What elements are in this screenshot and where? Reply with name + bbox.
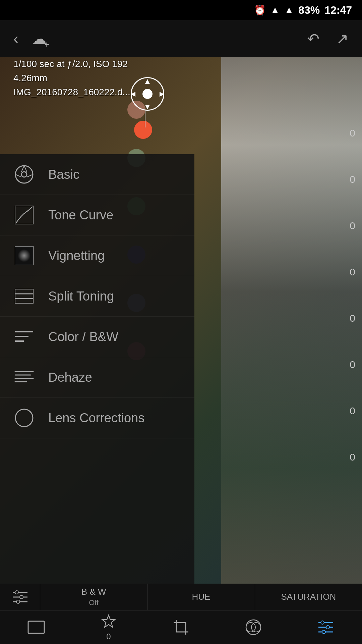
tab-saturation-label: SATURATION [281,592,336,602]
menu-item-basic[interactable]: Basic [0,154,194,195]
value-2: 0 [350,220,355,231]
dehaze-label: Dehaze [48,370,92,385]
tab-bw-label: B & W [81,587,106,597]
adjustments-icon [317,619,335,636]
nav-filters[interactable] [217,619,290,636]
split-toning-icon-wrap [13,285,35,307]
svg-point-1 [21,172,27,177]
nav-gallery[interactable] [0,621,72,634]
svg-point-28 [246,623,255,632]
menu-item-color-bw[interactable]: Color / B&W [0,317,194,357]
vignetting-icon-wrap [13,245,35,266]
vertical-indicator [145,111,145,127]
compass-widget[interactable]: ▲ ▼ ◄ ► [127,74,168,114]
clock: 12:47 [324,4,352,16]
status-bar: ⏰ ▲ ▲ 83% 12:47 [0,0,362,20]
svg-point-33 [321,621,324,624]
lens-corrections-icon-wrap [13,407,35,429]
svg-line-5 [15,174,21,177]
lens-corrections-label: Lens Corrections [48,411,144,425]
photo-detail [221,57,362,644]
tone-curve-label: Tone Curve [48,208,113,222]
tab-bw[interactable]: B & W Off [40,584,147,610]
crop-icon [172,619,190,636]
svg-rect-9 [15,289,33,303]
compass-arrow-down: ▼ [143,102,152,111]
value-1: 0 [350,174,355,185]
signal-icon: ▲ [284,5,294,15]
top-toolbar: ‹ ☁ + ↶ ↗ [0,20,362,57]
bottom-tabs-row: B & W Off HUE SATURATION [0,584,362,610]
value-3: 0 [350,266,355,278]
nav-favorites[interactable]: 0 [72,613,145,641]
svg-point-23 [15,591,18,594]
share-button[interactable]: ↗ [336,30,349,47]
tab-hue[interactable]: HUE [147,584,255,610]
compass-arrow-right: ► [158,89,166,99]
nav-adjustments[interactable] [290,619,362,636]
favorites-badge: 0 [106,632,111,641]
value-5: 0 [350,359,355,370]
basic-icon-wrap [13,164,35,185]
svg-point-27 [246,620,261,635]
star-icon [100,613,117,631]
value-4: 0 [350,313,355,324]
svg-line-4 [27,174,33,177]
dehaze-icon-wrap [13,367,35,388]
compass-arrow-left: ◄ [129,89,137,99]
value-0: 0 [350,127,355,139]
svg-point-34 [326,626,329,629]
lens-corrections-icon [14,408,34,428]
svg-rect-8 [15,247,33,265]
compass-arrow-up: ▲ [143,76,152,86]
compass-ring: ▲ ▼ ◄ ► [131,77,164,111]
tab-saturation[interactable]: SATURATION [255,584,362,610]
menu-panel: Basic Tone Curve Vignetting [0,154,194,584]
value-7: 0 [350,451,355,463]
split-toning-label: Split Toning [48,289,114,304]
color-bw-icon [14,329,34,344]
wifi-icon: ▲ [270,5,280,15]
dehaze-icon [14,370,34,385]
tab-hue-label: HUE [192,592,210,602]
battery-level: 83% [298,4,320,16]
back-button[interactable]: ‹ [13,30,18,47]
tab-bw-sublabel: Off [89,598,99,607]
photo-filename: IMG_20160728_160222.d... [13,85,130,99]
color-bw-icon-wrap [13,326,35,347]
photo-info: 1/100 sec at ƒ/2.0, ISO 192 4.26mm IMG_2… [13,57,130,99]
svg-point-35 [322,630,325,634]
red-dot-indicator[interactable] [134,121,152,139]
svg-point-29 [251,623,261,632]
nav-crop[interactable] [145,619,217,636]
menu-item-dehaze[interactable]: Dehaze [0,357,194,398]
svg-line-3 [24,166,27,172]
bottom-nav: 0 [0,610,362,644]
undo-button[interactable]: ↶ [307,30,319,47]
alarm-icon: ⏰ [254,5,266,16]
menu-item-vignetting[interactable]: Vignetting [0,235,194,276]
svg-line-2 [21,166,24,172]
basic-label: Basic [48,167,79,182]
right-values-panel: 0 0 0 0 0 0 0 0 [350,127,355,463]
value-6: 0 [350,405,355,417]
svg-rect-26 [28,621,44,633]
menu-item-split-toning[interactable]: Split Toning [0,276,194,317]
vignetting-label: Vignetting [48,249,105,263]
color-bw-label: Color / B&W [48,330,118,344]
vignetting-icon [14,246,34,265]
svg-point-25 [16,600,20,603]
adjustments-tabs-icon [11,588,29,606]
aperture-icon [14,165,34,184]
tone-curve-icon [14,205,34,225]
bottom-toolbar: B & W Off HUE SATURATION 0 [0,584,362,644]
compass-center [142,89,153,99]
cloud-add-button[interactable]: ☁ + [32,30,47,47]
menu-item-tone-curve[interactable]: Tone Curve [0,195,194,235]
tone-curve-icon-wrap [13,204,35,226]
svg-point-24 [20,595,23,599]
gallery-icon [27,621,45,634]
photo-exposure: 1/100 sec at ƒ/2.0, ISO 192 [13,57,130,71]
menu-item-lens-corrections[interactable]: Lens Corrections [0,398,194,438]
photo-focal: 4.26mm [13,71,130,85]
